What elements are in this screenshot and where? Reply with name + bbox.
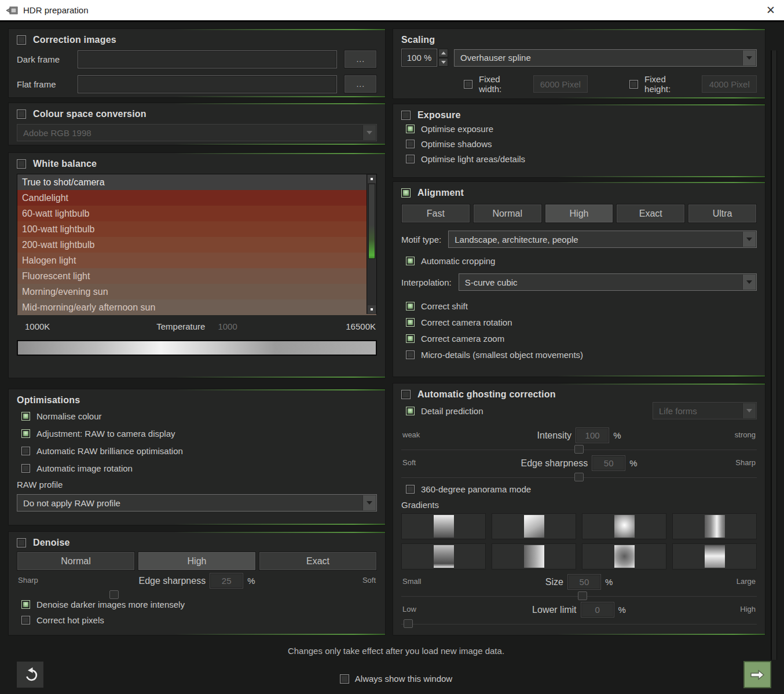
list-item[interactable]: Morning/evening sun [17,284,376,299]
alignment-exact-button[interactable]: Exact [616,204,685,223]
next-button[interactable] [743,661,771,688]
checkbox-optimise-exposure[interactable]: Optimise exposure [406,124,757,134]
list-item[interactable]: 60-watt lightbulb [17,206,376,221]
list-item[interactable]: Fluorescent light [17,268,376,284]
checkbox[interactable] [21,447,30,455]
scrollbar-thumb[interactable] [368,184,375,259]
close-icon[interactable]: ✕ [757,0,784,21]
checkbox[interactable] [629,80,638,89]
list-item[interactable]: Mid-morning/early afternoon sun [17,299,376,315]
slider-handle[interactable] [574,473,584,481]
gradient-tile[interactable] [492,513,576,539]
denoise-exact-button[interactable]: Exact [259,551,377,571]
checkbox-always-show-window[interactable]: Always show this window [8,674,784,684]
gradient-tile[interactable] [492,543,576,569]
slider-handle[interactable] [404,619,413,628]
temperature-gradient-slider[interactable] [17,340,377,356]
alignment-checkbox[interactable] [401,188,411,198]
list-item[interactable]: Candlelight [17,190,376,206]
checkbox[interactable] [21,616,30,624]
colour-space-dropdown[interactable]: Adobe RGB 1998 [17,124,377,141]
temperature-value[interactable]: 1000 [218,322,237,331]
scaling-percent-value[interactable]: 100 % [401,49,437,67]
slider-track[interactable] [401,624,757,624]
scaling-method-dropdown[interactable]: Overhauser spline [454,49,757,67]
scroll-down-icon[interactable] [368,305,376,313]
motif-type-dropdown[interactable]: Landscape, architecture, people [448,231,757,248]
checkbox-fixed-width[interactable]: Fixed width: [464,74,525,94]
white-balance-checkbox[interactable] [17,159,26,169]
exposure-checkbox[interactable] [401,111,411,120]
checkbox-optimise-shadows[interactable]: Optimise shadows [406,139,757,149]
checkbox-raw-brilliance[interactable]: Automatic RAW brilliance optimisation [21,446,377,456]
gradient-tile[interactable] [582,513,666,539]
undo-button[interactable] [16,661,44,688]
alignment-ultra-button[interactable]: Ultra [688,204,757,223]
slider-handle[interactable] [109,590,119,599]
checkbox[interactable] [406,318,415,327]
slider-value-input[interactable]: 50 [592,455,625,471]
list-item[interactable]: 200-watt lightbulb [17,237,376,253]
detail-mode-dropdown[interactable]: Life forms [653,402,757,419]
slider-value-input[interactable]: 0 [581,602,614,618]
checkbox-fixed-height[interactable]: Fixed height: [629,74,694,94]
checkbox-micro-details[interactable]: Micro-details (smallest object movements… [406,350,757,360]
denoise-high-button[interactable]: High [138,551,256,571]
checkbox[interactable] [21,412,30,421]
checkbox-automatic-cropping[interactable]: Automatic cropping [406,256,757,266]
slider-value-input[interactable]: 25 [210,573,243,589]
checkbox-panorama-mode[interactable]: 360-degree panorama mode [406,484,757,494]
alignment-normal-button[interactable]: Normal [473,204,542,223]
checkbox[interactable] [21,600,30,609]
flat-frame-browse-button[interactable]: ... [344,75,377,93]
fixed-width-input[interactable]: 6000 Pixel [533,75,588,93]
denoise-checkbox[interactable] [17,538,26,547]
list-item[interactable]: Halogen light [17,253,376,268]
scroll-up-icon[interactable] [368,175,376,183]
checkbox[interactable] [406,140,415,148]
checkbox[interactable] [406,334,415,343]
fixed-height-input[interactable]: 4000 Pixel [702,75,757,93]
checkbox[interactable] [406,407,415,415]
checkbox-detail-prediction[interactable]: Detail prediction [406,406,483,416]
ghosting-checkbox[interactable] [401,390,411,399]
denoise-normal-button[interactable]: Normal [17,551,135,571]
checkbox[interactable] [340,674,349,684]
gradient-tile[interactable] [672,513,757,539]
slider-handle[interactable] [578,591,587,600]
alignment-high-button[interactable]: High [545,204,614,223]
slider-value-input[interactable]: 100 [576,428,609,443]
list-item[interactable]: True to shot/camera [17,174,376,190]
gradient-tile[interactable] [401,543,486,569]
checkbox-correct-hot-pixels[interactable]: Correct hot pixels [21,615,377,625]
list-item[interactable]: 100-watt lightbulb [17,221,376,237]
checkbox-optimise-light-areas[interactable]: Optimise light areas/details [406,154,757,164]
spin-down-icon[interactable] [438,58,448,67]
checkbox-correct-shift[interactable]: Correct shift [406,301,757,311]
dark-frame-input[interactable] [78,50,337,68]
spin-up-icon[interactable] [438,49,448,57]
checkbox[interactable] [406,485,415,494]
colour-space-checkbox[interactable] [17,109,26,119]
checkbox-image-rotation[interactable]: Automatic image rotation [21,463,377,473]
alignment-fast-button[interactable]: Fast [401,204,470,223]
gradient-tile[interactable] [582,543,666,569]
checkbox[interactable] [406,302,415,311]
right-scroll-rail[interactable] [771,50,777,660]
scrollbar[interactable] [367,174,376,314]
checkbox[interactable] [406,257,415,265]
flat-frame-input[interactable] [78,75,337,93]
checkbox-normalise-colour[interactable]: Normalise colour [21,411,377,421]
interpolation-dropdown[interactable]: S-curve cubic [459,273,757,291]
checkbox-raw-adjustment[interactable]: Adjustment: RAW to camera display [21,429,377,439]
raw-profile-dropdown[interactable]: Do not apply RAW profile [17,494,377,512]
gradient-tile[interactable] [672,543,757,569]
checkbox-correct-camera-zoom[interactable]: Correct camera zoom [406,334,757,344]
checkbox[interactable] [21,429,30,438]
checkbox[interactable] [406,350,415,359]
checkbox[interactable] [21,464,30,473]
checkbox-denoise-darker[interactable]: Denoise darker images more intensely [21,600,377,609]
gradient-tile[interactable] [401,513,486,539]
checkbox-correct-camera-rotation[interactable]: Correct camera rotation [406,317,757,327]
checkbox[interactable] [464,80,472,89]
